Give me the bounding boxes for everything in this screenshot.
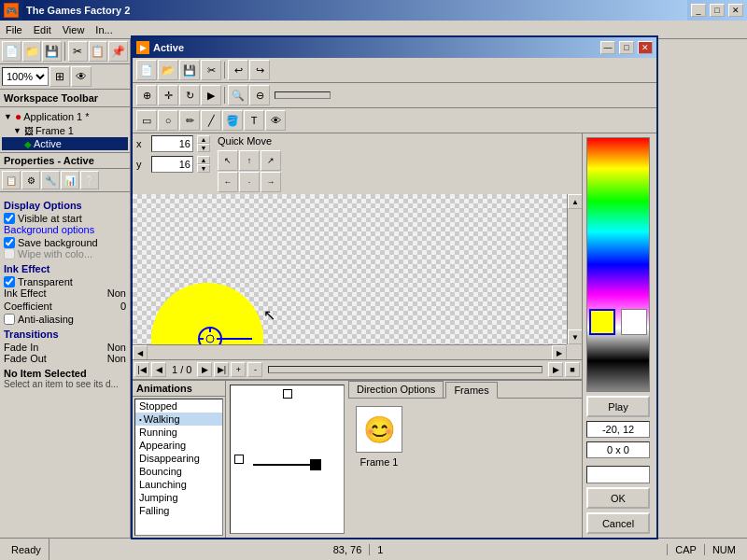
props-btn5[interactable]: ❔: [80, 171, 99, 189]
dlg-select[interactable]: ⊕: [136, 85, 157, 105]
qm-mr[interactable]: →: [261, 172, 281, 192]
dlg-cut[interactable]: ✂: [201, 60, 221, 80]
menu-view[interactable]: View: [57, 22, 91, 37]
dlg-save[interactable]: 💾: [179, 60, 200, 80]
dlg-fill[interactable]: 🪣: [222, 110, 243, 131]
vscroll-track[interactable]: [568, 209, 582, 329]
tree-active[interactable]: ◆ Active: [2, 137, 128, 150]
expand-frame[interactable]: ▼: [13, 126, 22, 135]
qm-tl[interactable]: ↖: [218, 150, 238, 171]
anim-jumping[interactable]: Jumping: [135, 491, 222, 504]
maximize-button[interactable]: □: [710, 4, 725, 17]
dlg-move[interactable]: ✛: [158, 85, 178, 105]
save-background-row[interactable]: Save background: [4, 237, 126, 248]
background-options-link[interactable]: Background options: [4, 224, 126, 235]
ok-button[interactable]: OK: [586, 487, 650, 509]
tree-frame[interactable]: ▼ 🖼 Frame 1: [2, 124, 128, 137]
zoom-select[interactable]: 100% 50% 200%: [2, 67, 49, 86]
qm-mc[interactable]: ·: [239, 172, 260, 192]
dlg-circle[interactable]: ○: [158, 110, 178, 131]
canvas-area[interactable]: ↖ ▲ ▼ ◀ ▶: [133, 194, 582, 359]
cut-btn[interactable]: ✂: [68, 41, 88, 62]
wipe-color-checkbox[interactable]: [4, 248, 15, 259]
dlg-line[interactable]: ╱: [201, 110, 221, 131]
nav-last[interactable]: ▶|: [214, 362, 229, 377]
tab-frames[interactable]: Frames: [445, 382, 497, 399]
tree-application[interactable]: ▼ ● Application 1 *: [2, 109, 128, 124]
transparent-checkbox[interactable]: [4, 276, 15, 287]
paste-btn[interactable]: 📌: [108, 41, 128, 62]
play-button[interactable]: Play: [586, 396, 650, 417]
y-spin-up[interactable]: ▲: [197, 156, 210, 164]
visible-at-start-checkbox[interactable]: [4, 213, 15, 224]
dlg-zoom-in[interactable]: 🔍: [228, 85, 248, 105]
tab-direction-options[interactable]: Direction Options: [348, 381, 444, 398]
qm-tr[interactable]: ↗: [261, 150, 281, 171]
empty-input[interactable]: [586, 466, 650, 483]
dlg-text[interactable]: T: [244, 110, 264, 131]
anti-alias-checkbox[interactable]: [4, 314, 15, 325]
nav-stop[interactable]: ■: [565, 362, 580, 377]
x-spin-down[interactable]: ▼: [197, 144, 210, 152]
anim-running[interactable]: Running: [135, 426, 222, 439]
expand-app[interactable]: ▼: [4, 112, 13, 121]
nav-add[interactable]: +: [231, 362, 246, 377]
anim-walking[interactable]: • Walking: [135, 413, 222, 426]
nav-play[interactable]: ▶: [548, 362, 563, 377]
hscroll-track[interactable]: [148, 345, 552, 359]
props-btn2[interactable]: ⚙: [21, 171, 40, 189]
nav-remove[interactable]: -: [247, 362, 262, 377]
view-btn[interactable]: 👁: [71, 66, 92, 87]
anim-bouncing[interactable]: Bouncing: [135, 465, 222, 478]
anim-launching[interactable]: Launching: [135, 478, 222, 491]
x-spin-up[interactable]: ▲: [197, 135, 210, 144]
anim-appearing[interactable]: Appearing: [135, 439, 222, 452]
props-btn1[interactable]: 📋: [2, 171, 21, 189]
props-btn3[interactable]: 🔧: [41, 171, 60, 189]
open-btn[interactable]: 📁: [22, 41, 42, 62]
transparent-row[interactable]: Transparent: [4, 276, 126, 287]
qm-ml[interactable]: ←: [218, 172, 238, 192]
x-input[interactable]: [151, 135, 193, 152]
vscroll-down[interactable]: ▼: [568, 329, 582, 344]
color-palette[interactable]: [586, 137, 650, 392]
vscrollbar[interactable]: ▲ ▼: [567, 194, 582, 344]
nav-first[interactable]: |◀: [134, 362, 149, 377]
cancel-button[interactable]: Cancel: [586, 512, 650, 534]
dlg-anim[interactable]: ▶: [201, 85, 221, 105]
selected-color-white[interactable]: [621, 309, 647, 335]
frame-hslider[interactable]: [268, 366, 543, 373]
vscroll-up[interactable]: ▲: [568, 194, 582, 209]
save-background-checkbox[interactable]: [4, 237, 15, 248]
dlg-eye[interactable]: 👁: [265, 110, 286, 131]
anti-alias-row[interactable]: Anti-aliasing: [4, 314, 126, 325]
visible-at-start-row[interactable]: Visible at start: [4, 213, 126, 224]
minimize-button[interactable]: _: [691, 4, 706, 17]
grid-btn[interactable]: ⊞: [49, 66, 70, 87]
selected-color-yellow[interactable]: [589, 309, 615, 335]
hscroll-left[interactable]: ◀: [133, 345, 148, 359]
new-btn[interactable]: 📄: [2, 41, 21, 62]
anim-stopped[interactable]: Stopped: [135, 399, 222, 413]
menu-edit[interactable]: Edit: [28, 22, 57, 37]
hscroll-right[interactable]: ▶: [552, 345, 567, 359]
anim-disappearing[interactable]: Disappearing: [135, 452, 222, 465]
nav-prev[interactable]: ◀: [151, 362, 166, 377]
dlg-new[interactable]: 📄: [136, 60, 157, 80]
close-button[interactable]: ✕: [728, 4, 743, 17]
props-btn4[interactable]: 📊: [61, 171, 79, 189]
y-input[interactable]: [151, 156, 193, 173]
anim-falling[interactable]: Falling: [135, 504, 222, 517]
dlg-open[interactable]: 📂: [158, 60, 178, 80]
zoom-slider[interactable]: [275, 91, 331, 99]
dialog-min-btn[interactable]: —: [600, 41, 615, 54]
dlg-zoom-out[interactable]: ⊖: [249, 85, 270, 105]
dlg-rotate[interactable]: ↻: [179, 85, 200, 105]
dialog-close-btn[interactable]: ✕: [638, 41, 653, 54]
nav-next[interactable]: ▶: [197, 362, 212, 377]
dlg-undo[interactable]: ↩: [228, 60, 248, 80]
menu-file[interactable]: File: [0, 22, 28, 37]
animations-scroll[interactable]: Stopped • Walking Running Appearing Disa…: [134, 399, 223, 536]
y-spin-down[interactable]: ▼: [197, 164, 210, 173]
dlg-pencil[interactable]: ✏: [179, 110, 200, 131]
